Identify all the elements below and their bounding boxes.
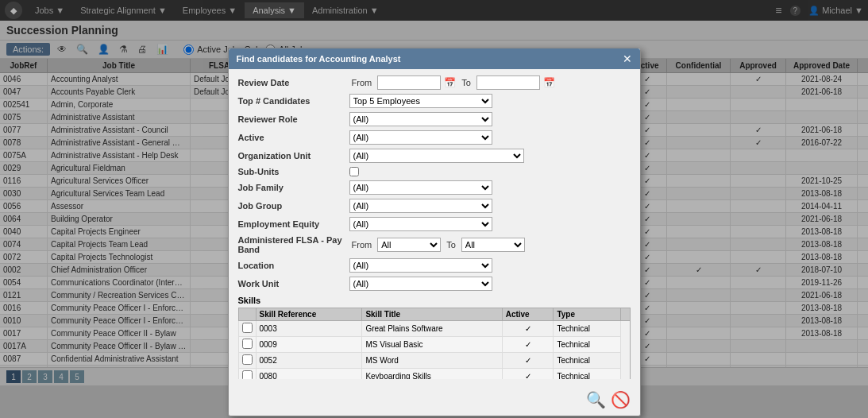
review-date-row: Review Date From 📅 To 📅 — [238, 75, 631, 90]
job-group-label: Job Group — [238, 201, 349, 211]
org-unit-select[interactable]: (All) — [349, 149, 524, 163]
reviewer-role-control: (All) — [349, 112, 631, 126]
review-date-control: From 📅 To 📅 — [349, 75, 631, 90]
from-label: From — [352, 78, 372, 87]
reviewer-role-label: Reviewer Role — [238, 114, 349, 124]
modal-body: Review Date From 📅 To 📅 Top # Candidates… — [229, 69, 640, 385]
skill-ref: 0003 — [256, 321, 362, 337]
skill-type: Technical — [554, 369, 620, 380]
skill-active: ✓ — [502, 353, 554, 369]
skill-title: Great Plains Software — [362, 321, 502, 337]
skill-title: MS Visual Basic — [362, 337, 502, 353]
flsa-from-label: From — [352, 240, 372, 250]
modal-footer: 🔍 🚫 — [229, 385, 640, 416]
work-unit-row: Work Unit (All) — [238, 277, 631, 291]
skill-active: ✓ — [502, 369, 554, 380]
find-candidates-modal: Find candidates for Accounting Analyst ✕… — [228, 48, 641, 416]
skill-type: Technical — [554, 353, 620, 369]
active-select[interactable]: (All) Active Inactive — [349, 130, 492, 145]
active-label: Active — [238, 133, 349, 142]
location-row: Location (All) — [238, 258, 631, 273]
top-candidates-label: Top # Candidates — [238, 96, 349, 106]
employment-equity-row: Employment Equity (All) — [238, 217, 631, 231]
skills-row: 0009 MS Visual Basic ✓ Technical — [238, 337, 630, 353]
skills-col-active: Active — [502, 308, 554, 321]
skills-col-check — [238, 308, 256, 321]
org-unit-row: Organization Unit (All) — [238, 149, 631, 163]
employment-equity-control: (All) — [349, 217, 631, 231]
to-label: To — [461, 78, 471, 87]
reviewer-role-select[interactable]: (All) — [349, 112, 492, 126]
flsa-to-label: To — [446, 240, 456, 250]
top-candidates-control: Top 5 Employees Top 10 Employees All Emp… — [349, 94, 631, 108]
modal-title: Find candidates for Accounting Analyst — [237, 54, 401, 64]
skills-row: 0080 Keyboarding Skills ✓ Technical — [238, 369, 630, 380]
skills-col-ref: Skill Reference — [256, 308, 362, 321]
skill-ref: 0052 — [256, 353, 362, 369]
skills-checkbox[interactable] — [242, 370, 253, 379]
sub-units-label: Sub-Units — [238, 167, 349, 176]
job-group-row: Job Group (All) — [238, 199, 631, 213]
skill-type: Technical — [554, 321, 620, 337]
location-select[interactable]: (All) — [349, 258, 492, 273]
calendar-to-icon[interactable]: 📅 — [543, 77, 555, 88]
work-unit-control: (All) — [349, 277, 631, 291]
top-candidates-select[interactable]: Top 5 Employees Top 10 Employees All Emp… — [349, 94, 492, 108]
org-unit-label: Organization Unit — [238, 151, 349, 161]
skills-col-title: Skill Title — [362, 308, 502, 321]
skills-row: 0052 MS Word ✓ Technical — [238, 353, 630, 369]
work-unit-label: Work Unit — [238, 279, 349, 288]
job-family-row: Job Family (All) — [238, 180, 631, 195]
admin-flsa-label: Administered FLSA - Pay Band — [238, 235, 349, 254]
admin-flsa-row: Administered FLSA - Pay Band From All To… — [238, 235, 631, 254]
skills-table: Skill Reference Skill Title Active Type … — [238, 308, 631, 379]
cancel-button[interactable]: 🚫 — [611, 390, 631, 409]
skill-ref: 0009 — [256, 337, 362, 353]
skills-checkbox[interactable] — [242, 339, 253, 349]
employment-equity-label: Employment Equity — [238, 219, 349, 229]
job-group-select[interactable]: (All) — [349, 199, 492, 213]
active-control: (All) Active Inactive — [349, 130, 631, 145]
admin-flsa-control: From All To All — [349, 238, 631, 252]
modal-overlay: Find candidates for Accounting Analyst ✕… — [0, 0, 868, 418]
sub-units-control — [349, 167, 631, 176]
job-group-control: (All) — [349, 199, 631, 213]
location-label: Location — [238, 261, 349, 270]
sub-units-row: Sub-Units — [238, 167, 631, 176]
skill-ref: 0080 — [256, 369, 362, 380]
skill-active: ✓ — [502, 337, 554, 353]
job-family-select[interactable]: (All) — [349, 180, 492, 195]
skill-active: ✓ — [502, 321, 554, 337]
employment-equity-select[interactable]: (All) — [349, 217, 492, 231]
skill-title: Keyboarding Skills — [362, 369, 502, 380]
skills-checkbox[interactable] — [242, 354, 253, 365]
skills-section: Skills Skill Reference Skill Title Activ… — [238, 296, 631, 379]
skills-row: 0003 Great Plains Software ✓ Technical — [238, 321, 630, 337]
skills-scroll[interactable]: Skill Reference Skill Title Active Type … — [238, 308, 631, 379]
skills-label: Skills — [238, 296, 631, 305]
confirm-button[interactable]: 🔍 — [586, 390, 606, 409]
job-family-label: Job Family — [238, 183, 349, 192]
skills-col-scroll — [620, 308, 630, 321]
reviewer-role-row: Reviewer Role (All) — [238, 112, 631, 126]
modal-header: Find candidates for Accounting Analyst ✕ — [229, 48, 640, 69]
skills-col-type: Type — [554, 308, 620, 321]
org-unit-control: (All) — [349, 149, 631, 163]
top-candidates-row: Top # Candidates Top 5 Employees Top 10 … — [238, 94, 631, 108]
calendar-from-icon[interactable]: 📅 — [444, 77, 456, 88]
sub-units-checkbox[interactable] — [349, 167, 359, 176]
skill-type: Technical — [554, 337, 620, 353]
review-date-label: Review Date — [238, 78, 349, 87]
admin-flsa-to-select[interactable]: All — [461, 238, 525, 252]
location-control: (All) — [349, 258, 631, 273]
work-unit-select[interactable]: (All) — [349, 277, 492, 291]
skills-checkbox[interactable] — [242, 323, 253, 333]
review-date-from-input[interactable] — [377, 75, 441, 90]
review-date-to-input[interactable] — [476, 75, 540, 90]
modal-close-button[interactable]: ✕ — [623, 52, 632, 65]
active-row: Active (All) Active Inactive — [238, 130, 631, 145]
job-family-control: (All) — [349, 180, 631, 195]
skill-title: MS Word — [362, 353, 502, 369]
admin-flsa-from-select[interactable]: All — [377, 238, 441, 252]
